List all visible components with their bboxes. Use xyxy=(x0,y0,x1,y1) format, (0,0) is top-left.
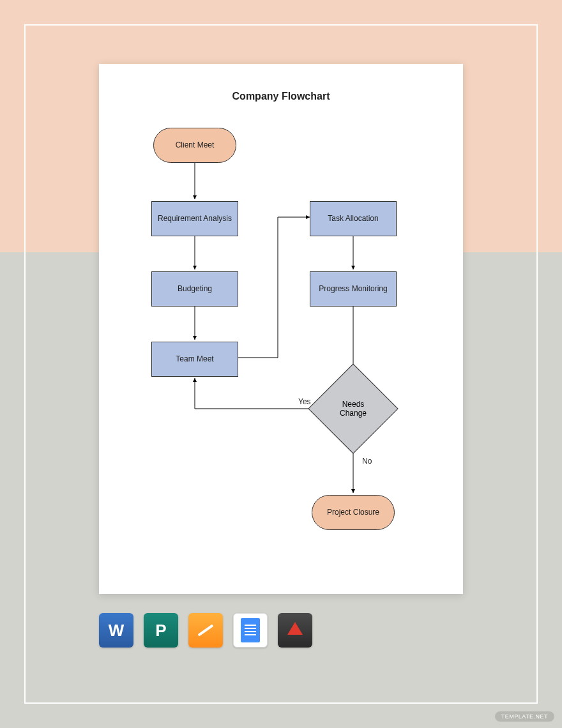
watermark-badge: TEMPLATE.NET xyxy=(495,711,554,722)
node-needs-change: Needs Change xyxy=(321,377,385,441)
document-page: Company Flowchart xyxy=(99,64,463,594)
node-label: Task Allocation xyxy=(328,214,378,224)
node-label: Team Meet xyxy=(176,354,213,364)
node-task-allocation: Task Allocation xyxy=(310,201,397,236)
word-icon[interactable] xyxy=(99,613,133,648)
node-label: Project Closure xyxy=(327,508,379,517)
flowchart-canvas: Client Meet Requirement Analysis Budgeti… xyxy=(99,102,463,588)
pages-icon[interactable] xyxy=(188,613,223,648)
node-requirement-analysis: Requirement Analysis xyxy=(151,201,238,236)
node-label: Needs Change xyxy=(321,377,385,441)
node-label: Requirement Analysis xyxy=(158,214,232,224)
node-label: Client Meet xyxy=(176,140,215,150)
node-label: Progress Monitoring xyxy=(319,284,387,294)
edge-label-yes: Yes xyxy=(298,397,311,406)
publisher-icon[interactable] xyxy=(144,613,178,648)
node-client-meet: Client Meet xyxy=(153,128,236,163)
node-team-meet: Team Meet xyxy=(151,342,238,377)
node-project-closure: Project Closure xyxy=(312,495,395,530)
node-progress-monitoring: Progress Monitoring xyxy=(310,271,397,307)
format-icon-row xyxy=(99,613,312,648)
node-label: Budgeting xyxy=(178,284,212,294)
pdf-icon[interactable] xyxy=(278,613,312,648)
gdocs-icon[interactable] xyxy=(233,613,268,648)
edge-label-no: No xyxy=(362,457,372,466)
node-budgeting: Budgeting xyxy=(151,271,238,307)
page-title: Company Flowchart xyxy=(99,91,463,102)
